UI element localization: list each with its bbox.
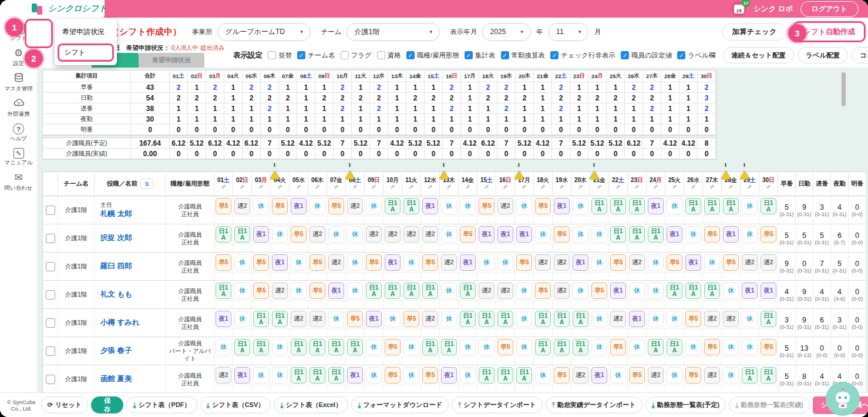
shift-badge[interactable]: 遅2 xyxy=(497,198,513,214)
shift-badge[interactable]: 日1A xyxy=(422,339,438,355)
shift-label-cell[interactable] xyxy=(440,300,458,308)
shift-badge[interactable]: 遅2 xyxy=(328,254,344,271)
robot-avatar[interactable] xyxy=(826,382,860,416)
shift-badge[interactable]: 夜1 xyxy=(479,226,494,243)
shift-badge[interactable]: 遅2 xyxy=(422,226,438,243)
row-checkbox[interactable] xyxy=(46,206,55,215)
shift-badge[interactable]: 休 xyxy=(648,254,664,271)
shift-badge[interactable]: 休 xyxy=(234,311,250,327)
shift-label-cell[interactable] xyxy=(290,357,308,365)
shift-badge[interactable]: 夜1 xyxy=(234,367,250,384)
shift-label-cell[interactable] xyxy=(647,385,665,392)
shift-badge[interactable]: 休 xyxy=(742,198,758,214)
shift-label-cell[interactable] xyxy=(590,244,608,252)
sidebar-item-external[interactable]: ⟳ 外部連携 xyxy=(1,98,36,118)
shift-badge[interactable]: 早5 xyxy=(309,254,325,271)
shift-label-cell[interactable] xyxy=(402,357,420,365)
shift-badge[interactable]: 遅2 xyxy=(629,254,645,271)
shift-badge[interactable]: 遅2 xyxy=(272,283,288,299)
sidebar-item-help[interactable]: ? ヘルプ xyxy=(1,123,36,143)
shift-label-cell[interactable] xyxy=(647,300,665,308)
shift-badge[interactable]: 日1A xyxy=(253,311,269,327)
shift-label-cell[interactable] xyxy=(252,300,270,308)
shift-label-cell[interactable] xyxy=(252,216,270,224)
shift-label-cell[interactable] xyxy=(214,385,233,392)
shift-badge[interactable]: 夜1 xyxy=(291,198,307,214)
shift-label-cell[interactable] xyxy=(421,328,439,337)
shift-badge[interactable]: 早5 xyxy=(385,339,401,355)
shift-label-cell[interactable] xyxy=(402,328,420,337)
shift-badge[interactable]: 夜1 xyxy=(385,254,401,271)
row-checkbox[interactable] xyxy=(46,375,55,384)
edit-date-icon[interactable]: ✎ xyxy=(277,184,282,191)
shift-badge[interactable]: 日1A xyxy=(460,311,476,327)
shift-label-cell[interactable] xyxy=(759,216,778,224)
display-option-checkbox[interactable]: 資格 xyxy=(377,51,401,60)
shift-badge[interactable]: 日1A xyxy=(234,226,250,243)
shift-badge[interactable]: 早5 xyxy=(704,226,720,243)
shift-label-cell[interactable] xyxy=(271,244,289,252)
shift-label-cell[interactable] xyxy=(402,272,420,280)
shift-badge[interactable]: 夜1 xyxy=(648,198,664,214)
shift-label-cell[interactable] xyxy=(759,328,778,337)
work-form-list-actual-button[interactable]: ⤓勤務形態一覧表(実績) xyxy=(729,396,810,413)
shift-badge[interactable]: 休 xyxy=(516,283,532,299)
shift-badge[interactable]: 休 xyxy=(403,254,419,271)
shift-label-cell[interactable] xyxy=(741,272,759,280)
shift-label-cell[interactable] xyxy=(515,272,533,280)
shift-badge[interactable]: 休 xyxy=(629,283,645,299)
shift-badge[interactable]: 夜1 xyxy=(272,254,288,271)
edit-date-icon[interactable]: ✎ xyxy=(503,184,507,191)
shift-label-cell[interactable] xyxy=(233,300,251,308)
attendance-import-button[interactable]: ⤒勤怠実績データインポート xyxy=(546,396,642,413)
shift-badge[interactable]: 早5 xyxy=(309,283,325,299)
shift-label-cell[interactable] xyxy=(214,272,233,280)
shift-badge[interactable]: 夜1 xyxy=(554,198,570,214)
label-place-button[interactable]: ラベル配置 xyxy=(798,47,848,63)
shift-label-cell[interactable] xyxy=(346,216,364,224)
shift-label-cell[interactable] xyxy=(233,272,251,280)
shift-badge[interactable]: 日1A xyxy=(422,283,438,299)
staff-name-link[interactable]: 礼文 もも xyxy=(100,290,132,300)
shift-badge[interactable]: 日1A xyxy=(591,198,607,214)
shift-label-cell[interactable] xyxy=(459,328,477,337)
shift-label-cell[interactable] xyxy=(402,216,420,224)
shift-badge[interactable]: 早5 xyxy=(216,198,231,214)
shift-badge[interactable]: 夜1 xyxy=(497,226,513,243)
shift-label-cell[interactable] xyxy=(327,328,345,337)
shift-label-cell[interactable] xyxy=(214,300,233,308)
shift-label-cell[interactable] xyxy=(515,357,533,365)
staff-name-link[interactable]: 択捉 次郎 xyxy=(100,233,132,243)
display-option-checkbox[interactable]: ✓チーム名 xyxy=(297,51,335,60)
shift-badge[interactable]: 早5 xyxy=(591,283,607,299)
shift-label-cell[interactable] xyxy=(383,328,402,337)
shift-badge[interactable]: 休 xyxy=(441,311,457,327)
shift-badge[interactable]: 休 xyxy=(479,254,494,271)
shift-label-cell[interactable] xyxy=(703,244,721,252)
shift-badge[interactable]: 早5 xyxy=(479,198,494,214)
shift-badge[interactable]: 日1A xyxy=(403,198,419,214)
shift-label-cell[interactable] xyxy=(233,357,251,365)
reset-button[interactable]: ⟳リセット xyxy=(41,396,88,413)
shift-label-cell[interactable] xyxy=(684,216,702,224)
shift-badge[interactable]: 遅2 xyxy=(761,254,776,271)
shift-badge[interactable]: 遅2 xyxy=(347,198,363,214)
shift-badge[interactable]: 休 xyxy=(441,226,457,243)
shift-badge[interactable]: 休 xyxy=(667,367,682,384)
shift-label-cell[interactable] xyxy=(421,385,439,392)
shift-label-cell[interactable] xyxy=(553,385,571,392)
shift-label-cell[interactable] xyxy=(233,328,251,337)
shift-label-cell[interactable] xyxy=(214,244,233,252)
shift-label-cell[interactable] xyxy=(590,328,608,337)
team-select[interactable]: 介護1階▼ xyxy=(346,23,440,41)
shift-badge[interactable]: 夜1 xyxy=(216,311,231,327)
shift-label-cell[interactable] xyxy=(759,300,778,308)
shift-label-cell[interactable] xyxy=(515,300,533,308)
shift-badge[interactable]: 休 xyxy=(328,226,344,243)
staff-name-link[interactable]: 札幌 太郎 xyxy=(100,209,132,219)
shift-label-cell[interactable] xyxy=(496,244,514,252)
shift-badge[interactable]: 休 xyxy=(573,226,588,243)
shift-badge[interactable]: 休 xyxy=(723,367,739,384)
shift-badge[interactable]: 夜1 xyxy=(516,226,532,243)
shift-badge[interactable]: 日1A xyxy=(291,339,307,355)
